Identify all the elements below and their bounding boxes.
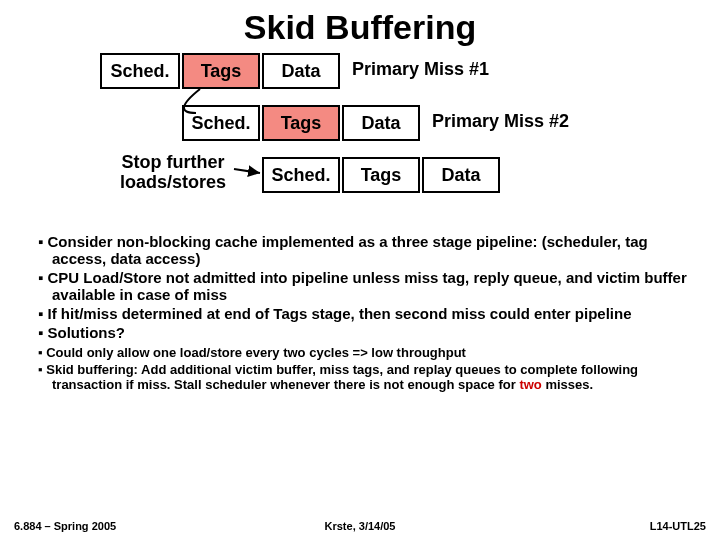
footer-mid: Krste, 3/14/05 [325, 520, 396, 532]
stage-sched-3: Sched. [262, 157, 340, 193]
bullet-2: CPU Load/Store not admitted into pipelin… [42, 269, 696, 303]
label-stop-line1: Stop further [122, 152, 225, 172]
label-stop: Stop further loads/stores [120, 153, 226, 193]
bullet-1: Consider non-blocking cache implemented … [42, 233, 696, 267]
stage-tags-1: Tags [182, 53, 260, 89]
stage-sched-2: Sched. [182, 105, 260, 141]
subbullet-2-two: two [519, 377, 541, 392]
footer-left: 6.884 – Spring 2005 [14, 520, 116, 532]
footer-right: L14-UTL25 [650, 520, 706, 532]
slide-title: Skid Buffering [0, 8, 720, 47]
stage-tags-2: Tags [262, 105, 340, 141]
stage-sched-1: Sched. [100, 53, 180, 89]
bullet-3: If hit/miss determined at end of Tags st… [42, 305, 696, 322]
subbullet-1: Could only allow one load/store every tw… [42, 345, 696, 360]
stage-tags-3: Tags [342, 157, 420, 193]
stage-data-3: Data [422, 157, 500, 193]
label-stop-line2: loads/stores [120, 172, 226, 192]
bullets-block: Consider non-blocking cache implemented … [24, 233, 696, 392]
subbullet-2: Skid buffering: Add additional victim bu… [42, 362, 696, 392]
pipeline-diagram: Sched. Tags Data Primary Miss #1 Sched. … [100, 53, 660, 223]
label-miss-2: Primary Miss #2 [432, 111, 569, 132]
bullet-4: Solutions? [42, 324, 696, 341]
subbullet-2-after: misses. [542, 377, 593, 392]
stage-data-2: Data [342, 105, 420, 141]
stage-data-1: Data [262, 53, 340, 89]
label-miss-1: Primary Miss #1 [352, 59, 489, 80]
